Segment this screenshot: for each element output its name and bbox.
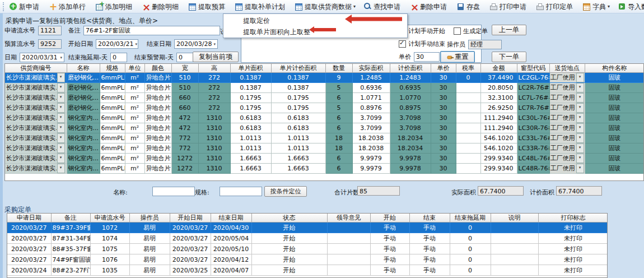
supplier-cell[interactable]: 长沙市潇湘玻璃实...▾ bbox=[5, 103, 67, 113]
delivery-location-cell[interactable]: 工厂使用▾ bbox=[549, 83, 585, 93]
chevron-down-icon[interactable]: ▾ bbox=[576, 103, 584, 113]
column-header[interactable]: 打印标志 bbox=[538, 214, 608, 223]
filter-name-input[interactable] bbox=[152, 187, 195, 196]
chevron-down-icon[interactable]: ▾ bbox=[576, 113, 584, 123]
column-header[interactable]: 送货地点 bbox=[549, 64, 585, 73]
toolbar-button[interactable]: 删除申请 bbox=[407, 1, 452, 12]
toolbar-button[interactable]: 新申请 bbox=[6, 1, 44, 12]
column-header[interactable]: 数量 bbox=[325, 64, 352, 73]
delivery-location-cell[interactable]: 工厂使用▾ bbox=[549, 154, 585, 164]
toolbar-button[interactable]: 查找申请 bbox=[360, 1, 405, 12]
table-row[interactable]: 长沙市潇湘玻璃实...▾ 钢化室内... 6mmPLE... m² 异地合片 1… bbox=[5, 154, 644, 164]
column-header[interactable]: 税率 bbox=[456, 64, 480, 73]
delivery-location-cell[interactable]: 工厂使用▾ bbox=[549, 113, 585, 123]
operator-field[interactable] bbox=[468, 40, 502, 49]
delivery-location-cell[interactable]: 工厂使用▾ bbox=[549, 143, 585, 154]
toolbar-button[interactable]: 存盘 bbox=[453, 1, 485, 12]
date-combo[interactable]: 2020/03/31▾ bbox=[20, 53, 64, 62]
column-header[interactable]: 操作员 bbox=[129, 214, 170, 223]
table-row[interactable]: 长沙市潇湘玻璃实...▾ 钢化室内... 6mmPLE... m² 异地合片 4… bbox=[5, 123, 644, 133]
column-header[interactable]: 单片面积 bbox=[230, 64, 271, 73]
column-header[interactable]: 备注 bbox=[51, 214, 90, 223]
filter-spec-input[interactable] bbox=[220, 187, 262, 196]
supplier-cell[interactable]: 长沙市潇湘玻璃实...▾ bbox=[5, 123, 67, 133]
previous-order-button[interactable]: 上一单 bbox=[492, 25, 526, 35]
supplier-cell[interactable]: 长沙市潇湘玻璃实...▾ bbox=[5, 164, 67, 174]
chevron-down-icon[interactable]: ▾ bbox=[576, 154, 584, 163]
toolbar-button[interactable]: 字典 ▾ bbox=[579, 1, 613, 12]
toolbar-button[interactable]: 导入数据 bbox=[614, 1, 644, 12]
chevron-down-icon[interactable]: ▾ bbox=[57, 83, 65, 92]
chevron-down-icon[interactable]: ▾ bbox=[576, 133, 584, 143]
order-row[interactable]: 2020/03/27 88#35-37F窗固玻 1075 易明 2020/03/… bbox=[7, 244, 608, 254]
column-header[interactable]: 名称 bbox=[67, 64, 100, 73]
column-header[interactable]: 高 bbox=[198, 64, 230, 73]
delivery-location-cell[interactable]: 工厂使用▾ bbox=[549, 103, 585, 113]
supplier-cell[interactable]: 长沙市潇湘玻璃实...▾ bbox=[5, 143, 67, 154]
toolbar-button[interactable]: 提取预算 bbox=[185, 1, 230, 12]
toolbar-button[interactable]: 删除明细 bbox=[138, 1, 184, 12]
chevron-down-icon[interactable]: ▾ bbox=[576, 73, 584, 82]
apply-no-field[interactable] bbox=[38, 26, 62, 35]
supplier-cell[interactable]: 长沙市潇湘玻璃实...▾ bbox=[5, 133, 67, 143]
locate-by-condition-button[interactable]: 按条件定位 bbox=[264, 186, 307, 197]
column-header[interactable]: 窗型代码 bbox=[517, 64, 549, 73]
delivery-location-cell[interactable]: 工厂使用▾ bbox=[549, 123, 585, 133]
chevron-down-icon[interactable]: ▾ bbox=[576, 164, 584, 173]
column-header[interactable]: 单片计价面积 bbox=[271, 64, 325, 73]
chevron-down-icon[interactable]: ▾ bbox=[576, 143, 584, 153]
toolbar-button[interactable]: 提取补单计划 bbox=[231, 1, 290, 12]
chevron-down-icon[interactable]: ▾ bbox=[57, 93, 65, 103]
column-header[interactable]: 领导意见 bbox=[327, 214, 370, 223]
column-header[interactable]: 单价 bbox=[431, 64, 456, 73]
order-row[interactable]: 2020/03/27 74#9F窗固玻 1076 易明 2020/03/27 2… bbox=[7, 254, 608, 265]
column-header[interactable]: 开始日期 bbox=[170, 214, 211, 223]
delivery-location-cell[interactable]: 工厂使用▾ bbox=[549, 73, 585, 83]
chevron-down-icon[interactable]: ▾ bbox=[576, 93, 584, 103]
column-header[interactable]: 开始 bbox=[370, 214, 409, 223]
table-row[interactable]: 长沙市潇湘玻璃实...▾ 钢化室内... 6mmPLE... m² 异地合片 1… bbox=[5, 164, 644, 174]
start-date-combo[interactable]: 2020/03/21▾ bbox=[96, 39, 138, 49]
column-header[interactable]: 结束 bbox=[409, 214, 450, 223]
budget-no-field[interactable] bbox=[38, 39, 62, 49]
reset-button[interactable]: 重置 bbox=[440, 51, 475, 63]
table-row[interactable]: 长沙市潇湘玻璃实...▾ 磨砂钢化... 6mmPLE... m² 异地合片 6… bbox=[5, 93, 644, 103]
chevron-down-icon[interactable]: ▾ bbox=[57, 133, 65, 143]
table-row[interactable]: 长沙市潇湘玻璃实...▾ 钢化室内... 6mmPLE... m² 异地合片 7… bbox=[5, 133, 644, 143]
delay-days-field[interactable] bbox=[110, 53, 127, 62]
chevron-down-icon[interactable]: ▾ bbox=[57, 164, 65, 173]
next-order-button[interactable]: 下一单 bbox=[492, 52, 526, 62]
supplier-cell[interactable]: 长沙市潇湘玻璃实...▾ bbox=[5, 83, 67, 93]
column-header[interactable]: 构件名称 bbox=[585, 64, 644, 73]
table-row[interactable]: 长沙市潇湘玻璃实...▾ 磨砂钢化... 6mmPLE... m² 异地合片 5… bbox=[5, 73, 644, 83]
supplier-cell[interactable]: 长沙市潇湘玻璃实...▾ bbox=[5, 73, 67, 83]
toolbar-button[interactable]: 提取供货商数据 ▾ bbox=[291, 1, 359, 12]
table-row[interactable]: 长沙市潇湘玻璃实...▾ 钢化室内... 6mmPLE... m² 异地合片 7… bbox=[5, 143, 644, 154]
column-header[interactable]: 实际面积 bbox=[352, 64, 390, 73]
delivery-location-cell[interactable]: 工厂使用▾ bbox=[549, 133, 585, 143]
supplier-cell[interactable]: 长沙市潇湘玻璃实...▾ bbox=[5, 113, 67, 123]
order-row[interactable]: 2020/03/27 89#37-39F窗固玻 1072 易明 2020/03/… bbox=[7, 223, 608, 233]
column-header[interactable]: 单位 bbox=[125, 64, 144, 73]
chevron-down-icon[interactable]: ▾ bbox=[57, 73, 65, 82]
manual-end-checkbox[interactable]: 计划手动结束 bbox=[399, 40, 445, 48]
order-row[interactable]: 2020/03/27 87#31-34F窗固玻 1074 易明 2020/03/… bbox=[7, 233, 608, 244]
column-header[interactable]: 规格 bbox=[100, 64, 125, 73]
column-header[interactable]: 宽 bbox=[171, 64, 198, 73]
chevron-down-icon[interactable]: ▾ bbox=[57, 154, 65, 163]
chevron-down-icon[interactable]: ▾ bbox=[57, 103, 65, 113]
delivery-location-cell[interactable]: 工厂使用▾ bbox=[549, 164, 585, 174]
delivery-location-cell[interactable]: 工厂使用▾ bbox=[549, 93, 585, 103]
chevron-down-icon[interactable]: ▾ bbox=[576, 123, 584, 133]
end-date-combo[interactable]: 2020/03/28▾ bbox=[174, 39, 218, 49]
table-row[interactable]: 长沙市潇湘玻璃实...▾ 钢化室内... 6mmPLE... m² 异地合片 4… bbox=[5, 113, 644, 123]
chevron-down-icon[interactable]: ▾ bbox=[57, 123, 65, 133]
order-row[interactable]: 2020/03/24 88#23-27F门顶玻 1035 易明 2020/03/… bbox=[7, 265, 608, 276]
toolbar-button[interactable]: 添加明细 bbox=[92, 1, 137, 12]
unit-price-field[interactable] bbox=[414, 52, 440, 62]
supplier-cell[interactable]: 长沙市潇湘玻璃实...▾ bbox=[5, 154, 67, 164]
toolbar-button[interactable]: 添加单行 bbox=[45, 1, 91, 12]
column-header[interactable]: 申请流水号 bbox=[90, 214, 129, 223]
column-header[interactable]: 颜色 bbox=[144, 64, 171, 73]
table-row[interactable]: 长沙市潇湘玻璃实...▾ 磨砂钢化... 6mmPLE... m² 异地合片 6… bbox=[5, 103, 644, 113]
